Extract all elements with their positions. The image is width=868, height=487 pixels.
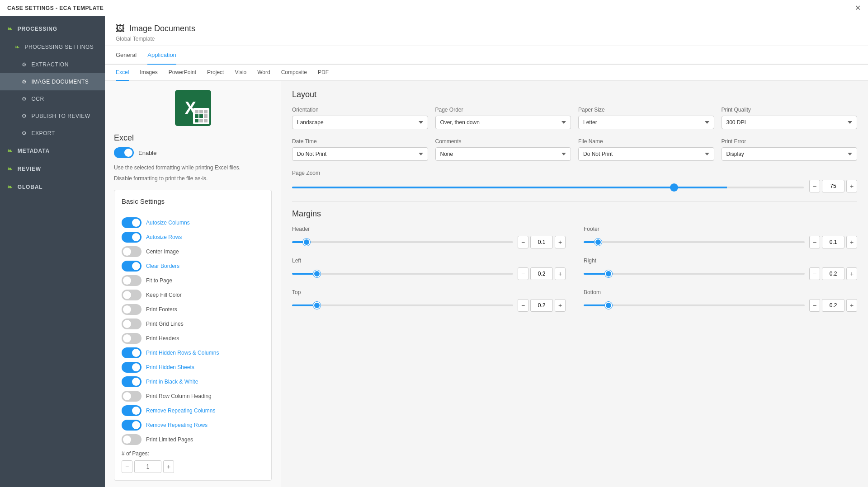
enable-toggle[interactable]: [114, 147, 134, 158]
print-error-select[interactable]: Display Blank Dash N/A: [722, 147, 858, 161]
tab-excel[interactable]: Excel: [116, 65, 129, 81]
setting-row-print-hidden-sheets: Print Hidden Sheets: [122, 360, 264, 375]
tab-project[interactable]: Project: [207, 65, 224, 81]
comments-label: Comments: [435, 138, 571, 145]
clear-borders-toggle[interactable]: [122, 261, 142, 272]
print-limited-pages-toggle[interactable]: [122, 434, 142, 445]
left-panel: X: [105, 81, 281, 487]
paper-size-select[interactable]: Letter A4 Legal: [578, 116, 714, 129]
footer-slider[interactable]: [584, 241, 805, 243]
left-increase-button[interactable]: +: [555, 267, 566, 280]
tab-powerpoint[interactable]: PowerPoint: [169, 65, 196, 81]
zoom-value-field[interactable]: [822, 180, 844, 192]
pages-field[interactable]: [134, 460, 161, 473]
remove-repeating-columns-toggle[interactable]: [122, 405, 142, 416]
tab-images[interactable]: Images: [140, 65, 157, 81]
page-header: 🖼 Image Documents Global Template: [105, 16, 868, 46]
clear-borders-label: Clear Borders: [146, 263, 179, 269]
top-value-field[interactable]: [530, 299, 553, 312]
footer-value-field[interactable]: [822, 236, 844, 248]
orientation-select[interactable]: Landscape Portrait: [292, 116, 428, 129]
toggle-slider: [122, 405, 142, 416]
top-slider[interactable]: [292, 304, 513, 306]
sidebar-item-image-documents[interactable]: ⚙ Image Documents: [0, 73, 105, 90]
header-increase-button[interactable]: +: [555, 236, 566, 248]
sidebar-item-global[interactable]: ❧ GLOBAL: [0, 178, 105, 196]
print-quality-group: Print Quality 72 DPI 150 DPI 300 DPI 600…: [722, 107, 858, 129]
print-headers-toggle[interactable]: [122, 333, 142, 344]
sidebar-item-review[interactable]: ❧ REVIEW: [0, 160, 105, 178]
print-quality-select[interactable]: 72 DPI 150 DPI 300 DPI 600 DPI: [722, 116, 858, 129]
margin-right-row: − +: [584, 267, 857, 280]
sidebar: ❧ PROCESSING ❧ PROCESSING SETTINGS ⚙ Ext…: [0, 16, 105, 487]
margin-top-row: − +: [292, 299, 566, 312]
header-decrease-button[interactable]: −: [518, 236, 528, 248]
keep-fill-color-toggle[interactable]: [122, 290, 142, 300]
gear-icon: ⚙: [22, 96, 27, 102]
header-value-field[interactable]: [530, 236, 553, 248]
close-button[interactable]: ✕: [855, 4, 861, 12]
sidebar-item-processing-settings[interactable]: ❧ PROCESSING SETTINGS: [0, 38, 105, 56]
pages-decrease-button[interactable]: −: [122, 460, 132, 473]
center-image-toggle[interactable]: [122, 246, 142, 257]
zoom-increase-button[interactable]: +: [846, 180, 857, 192]
sidebar-item-ocr[interactable]: ⚙ OCR: [0, 90, 105, 108]
zoom-slider[interactable]: [292, 187, 804, 188]
tab-composite[interactable]: Composite: [281, 65, 307, 81]
orientation-group: Orientation Landscape Portrait: [292, 107, 428, 129]
bottom-value-field[interactable]: [822, 299, 844, 312]
remove-repeating-rows-toggle[interactable]: [122, 420, 142, 431]
right-slider[interactable]: [584, 273, 805, 275]
center-image-label: Center Image: [146, 248, 179, 255]
tab-pdf[interactable]: PDF: [318, 65, 329, 81]
enable-label: Enable: [138, 150, 156, 156]
right-value-field[interactable]: [822, 267, 844, 280]
print-row-column-heading-toggle[interactable]: [122, 391, 142, 402]
grid-cell: [195, 119, 198, 122]
window-title: CASE SETTINGS - ECA TEMPLATE: [7, 5, 104, 11]
header-slider[interactable]: [292, 241, 513, 243]
right-panel: Layout Orientation Landscape Portrait Pa…: [281, 81, 868, 487]
tab-general[interactable]: General: [116, 46, 137, 65]
autosize-columns-toggle[interactable]: [122, 217, 142, 228]
margin-footer-row: − +: [584, 236, 857, 248]
print-hidden-rows-columns-toggle[interactable]: [122, 347, 142, 358]
pages-increase-button[interactable]: +: [163, 460, 174, 473]
right-increase-button[interactable]: +: [846, 267, 857, 280]
tab-application[interactable]: Application: [147, 46, 176, 65]
footer-decrease-button[interactable]: −: [809, 236, 820, 248]
date-time-select[interactable]: Do Not Print Print: [292, 147, 428, 161]
fit-to-page-toggle[interactable]: [122, 275, 142, 286]
top-increase-button[interactable]: +: [555, 299, 566, 312]
left-value-field[interactable]: [530, 267, 553, 280]
bottom-slider[interactable]: [584, 304, 805, 306]
fit-to-page-label: Fit to Page: [146, 277, 172, 284]
comments-select[interactable]: None At End: [435, 147, 571, 161]
sidebar-item-metadata[interactable]: ❧ METADATA: [0, 142, 105, 160]
left-decrease-button[interactable]: −: [518, 267, 528, 280]
sidebar-item-processing[interactable]: ❧ PROCESSING: [0, 20, 105, 38]
left-slider[interactable]: [292, 273, 513, 275]
file-name-select[interactable]: Do Not Print Print: [578, 147, 714, 161]
page-order-select[interactable]: Over, then down Down, then over: [435, 116, 571, 129]
print-in-black-white-toggle[interactable]: [122, 376, 142, 387]
zoom-decrease-button[interactable]: −: [809, 180, 820, 192]
remove-repeating-columns-label: Remove Repeating Columns: [146, 407, 215, 414]
print-footers-toggle[interactable]: [122, 304, 142, 315]
sidebar-item-publish-to-review[interactable]: ⚙ Publish to Review: [0, 108, 105, 125]
description-2: Disable formatting to print the file as-…: [114, 174, 272, 183]
sidebar-item-extraction[interactable]: ⚙ Extraction: [0, 56, 105, 73]
top-decrease-button[interactable]: −: [518, 299, 528, 312]
margin-left: Left − +: [292, 258, 566, 280]
footer-increase-button[interactable]: +: [846, 236, 857, 248]
print-hidden-sheets-toggle[interactable]: [122, 362, 142, 373]
bottom-increase-button[interactable]: +: [846, 299, 857, 312]
tab-visio[interactable]: Visio: [235, 65, 246, 81]
print-grid-lines-toggle[interactable]: [122, 318, 142, 329]
sidebar-item-export[interactable]: ⚙ Export: [0, 125, 105, 142]
page-zoom-section: Page Zoom − +: [292, 170, 857, 192]
autosize-rows-toggle[interactable]: [122, 232, 142, 243]
bottom-decrease-button[interactable]: −: [809, 299, 820, 312]
tab-word[interactable]: Word: [257, 65, 270, 81]
right-decrease-button[interactable]: −: [809, 267, 820, 280]
